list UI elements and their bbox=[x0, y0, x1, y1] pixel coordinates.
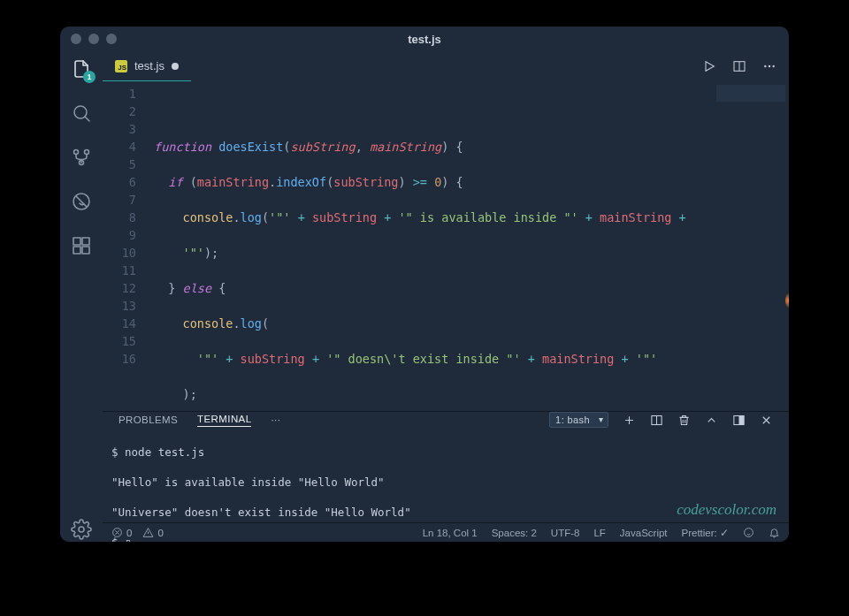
editor-tabs: JS test.js bbox=[103, 51, 789, 81]
new-terminal-icon[interactable] bbox=[623, 414, 636, 427]
split-terminal-icon[interactable] bbox=[650, 414, 663, 427]
window-title: test.js bbox=[60, 33, 789, 46]
svg-rect-6 bbox=[82, 238, 89, 245]
svg-rect-5 bbox=[73, 238, 80, 245]
split-editor-icon[interactable] bbox=[732, 59, 746, 73]
minimap[interactable] bbox=[716, 85, 785, 127]
svg-point-11 bbox=[765, 65, 766, 66]
line-number-gutter: 12345678910111213141516 bbox=[103, 81, 145, 411]
kill-terminal-icon[interactable] bbox=[677, 414, 691, 427]
extensions-icon[interactable] bbox=[69, 233, 94, 258]
titlebar[interactable]: test.js bbox=[60, 27, 789, 51]
terminal-line: $ node test.js bbox=[111, 445, 780, 460]
settings-icon[interactable] bbox=[69, 517, 94, 542]
svg-point-13 bbox=[773, 65, 774, 66]
explorer-icon[interactable]: 1 bbox=[69, 57, 94, 81]
svg-rect-7 bbox=[73, 247, 80, 254]
svg-rect-8 bbox=[82, 247, 89, 254]
code-editor[interactable]: 12345678910111213141516 function doesExi… bbox=[103, 81, 789, 411]
panel-close-icon[interactable] bbox=[760, 414, 773, 427]
debug-icon[interactable] bbox=[69, 189, 94, 214]
terminal-line: $ ▯ bbox=[111, 535, 780, 542]
activity-bar: 1 bbox=[60, 51, 103, 542]
scroll-indicator bbox=[785, 293, 789, 308]
window-body: 1 JS test.js bbox=[60, 51, 789, 542]
terminal-select[interactable]: 1: bash bbox=[549, 412, 608, 428]
panel-up-icon[interactable] bbox=[705, 414, 718, 427]
svg-point-9 bbox=[79, 527, 84, 532]
tab-problems[interactable]: PROBLEMS bbox=[119, 414, 178, 425]
search-icon[interactable] bbox=[69, 101, 94, 125]
tab-terminal[interactable]: TERMINAL bbox=[197, 414, 251, 427]
main-area: JS test.js 12345678910111213141516 funct… bbox=[103, 51, 789, 542]
watermark: codevscolor.com bbox=[677, 501, 776, 519]
panel-tabs: PROBLEMS TERMINAL ··· 1: bash bbox=[103, 412, 789, 428]
tab-testjs[interactable]: JS test.js bbox=[103, 51, 191, 81]
terminal-line: "Hello" is available inside "Hello World… bbox=[111, 475, 780, 490]
editor-window: test.js 1 bbox=[60, 27, 789, 542]
bottom-panel: PROBLEMS TERMINAL ··· 1: bash $ node tes… bbox=[103, 411, 789, 522]
more-actions-icon[interactable] bbox=[762, 59, 776, 73]
svg-rect-16 bbox=[739, 415, 745, 424]
source-control-icon[interactable] bbox=[69, 145, 94, 170]
editor-actions bbox=[702, 51, 784, 81]
terminal-output[interactable]: $ node test.js "Hello" is available insi… bbox=[103, 428, 789, 542]
run-icon[interactable] bbox=[702, 59, 716, 73]
panel-more-icon[interactable]: ··· bbox=[271, 414, 280, 425]
explorer-badge: 1 bbox=[83, 71, 96, 83]
js-file-icon: JS bbox=[115, 60, 127, 72]
svg-point-12 bbox=[769, 65, 769, 66]
panel-maximize-icon[interactable] bbox=[732, 414, 746, 427]
tab-label: test.js bbox=[134, 59, 164, 72]
tab-dirty-dot-icon bbox=[172, 63, 179, 70]
code-content[interactable]: function doesExist(subString, mainString… bbox=[145, 81, 789, 411]
